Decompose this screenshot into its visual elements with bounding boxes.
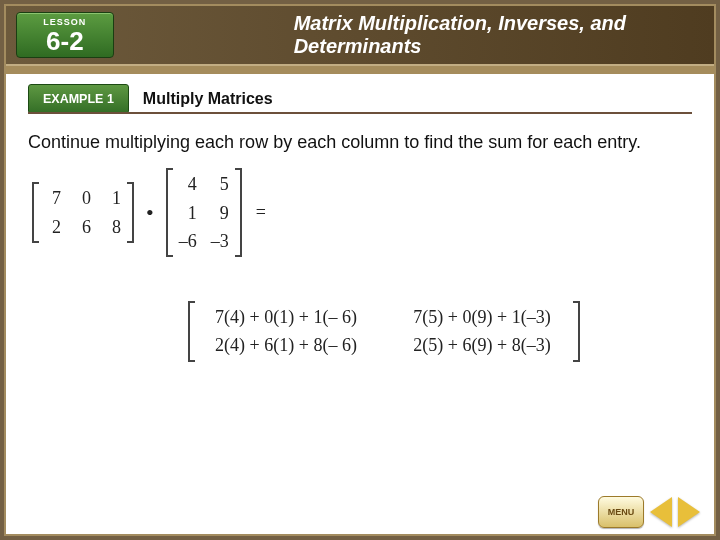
matrix-a-cell: 0 bbox=[75, 186, 91, 210]
dot-operator: • bbox=[144, 200, 156, 226]
result-cell: 7(5) + 0(9) + 1(–3) bbox=[397, 305, 567, 329]
matrix-a-cell: 6 bbox=[75, 215, 91, 239]
lesson-label: LESSON bbox=[17, 17, 113, 27]
footer-nav: MENU bbox=[598, 496, 700, 528]
content-area: EXAMPLE 1 Multiply Matrices Continue mul… bbox=[6, 74, 714, 367]
sub-band bbox=[6, 66, 714, 74]
lesson-number: 6-2 bbox=[17, 28, 113, 54]
bracket-left-icon bbox=[32, 182, 39, 243]
matrix-a-cell: 1 bbox=[105, 186, 121, 210]
bracket-right-icon bbox=[127, 182, 134, 243]
matrix-b-cell: 9 bbox=[213, 201, 229, 225]
matrix-b-cell: 4 bbox=[181, 172, 197, 196]
matrix-a: 7 2 0 6 1 8 bbox=[32, 182, 134, 243]
equation: 7 2 0 6 1 8 • bbox=[32, 168, 692, 257]
bracket-left-icon bbox=[188, 301, 195, 362]
matrix-b: 4 1 –6 5 9 –3 bbox=[166, 168, 242, 257]
lesson-badge: LESSON 6-2 bbox=[16, 12, 114, 58]
bracket-right-icon bbox=[235, 168, 242, 257]
matrix-a-cell: 8 bbox=[105, 215, 121, 239]
chapter-title: Matrix Multiplication, Inverses, and Det… bbox=[294, 12, 714, 58]
bracket-left-icon bbox=[166, 168, 173, 257]
header-band: LESSON 6-2 Matrix Multiplication, Invers… bbox=[6, 6, 714, 64]
result-cell: 7(4) + 0(1) + 1(– 6) bbox=[201, 305, 371, 329]
example-title: Multiply Matrices bbox=[129, 84, 273, 114]
matrix-b-cell: –6 bbox=[179, 229, 197, 253]
instruction-text: Continue multiplying each row by each co… bbox=[28, 130, 680, 154]
slide: LESSON 6-2 Matrix Multiplication, Invers… bbox=[0, 0, 720, 540]
bracket-right-icon bbox=[573, 301, 580, 362]
matrix-a-cell: 7 bbox=[45, 186, 61, 210]
example-header: EXAMPLE 1 Multiply Matrices bbox=[28, 84, 692, 114]
matrix-b-cell: –3 bbox=[211, 229, 229, 253]
matrix-b-cell: 1 bbox=[181, 201, 197, 225]
menu-button[interactable]: MENU bbox=[598, 496, 644, 528]
matrix-a-cell: 2 bbox=[45, 215, 61, 239]
example-badge: EXAMPLE 1 bbox=[28, 84, 129, 114]
result-cell: 2(4) + 6(1) + 8(– 6) bbox=[201, 333, 371, 357]
result-matrix: 7(4) + 0(1) + 1(– 6) 2(4) + 6(1) + 8(– 6… bbox=[188, 301, 692, 367]
prev-button[interactable] bbox=[650, 497, 672, 527]
slide-inner: LESSON 6-2 Matrix Multiplication, Invers… bbox=[4, 4, 716, 536]
result-cell: 2(5) + 6(9) + 8(–3) bbox=[397, 333, 567, 357]
matrix-b-cell: 5 bbox=[213, 172, 229, 196]
equals-operator: = bbox=[252, 202, 270, 223]
next-button[interactable] bbox=[678, 497, 700, 527]
